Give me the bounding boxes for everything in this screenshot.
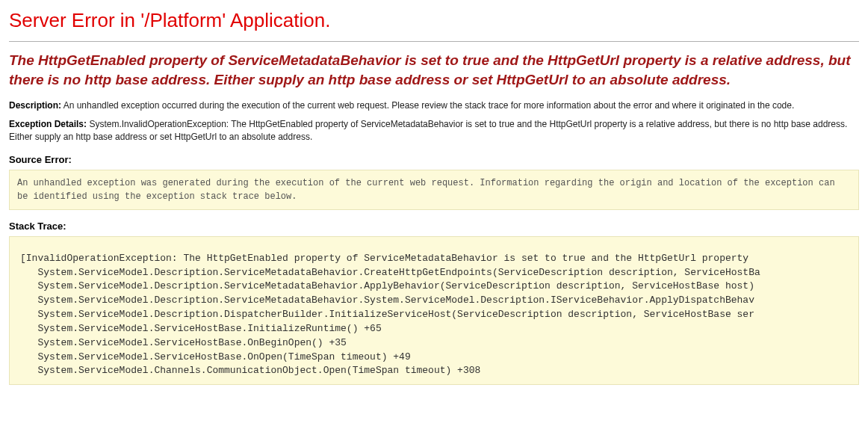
description-text: An unhandled exception occurred during t… bbox=[63, 100, 795, 111]
stack-trace-label: Stack Trace: bbox=[9, 220, 859, 232]
exception-details-line: Exception Details: System.InvalidOperati… bbox=[9, 118, 859, 144]
source-error-label: Source Error: bbox=[9, 154, 859, 165]
page-title: Server Error in '/Platform' Application. bbox=[9, 9, 859, 32]
description-label: Description: bbox=[9, 100, 61, 111]
source-error-box: An unhandled exception was generated dur… bbox=[9, 170, 859, 210]
exception-details-label: Exception Details: bbox=[9, 119, 87, 129]
description-line: Description: An unhandled exception occu… bbox=[9, 99, 859, 112]
exception-details-text: System.InvalidOperationException: The Ht… bbox=[9, 119, 847, 142]
divider bbox=[9, 41, 859, 42]
error-message: The HttpGetEnabled property of ServiceMe… bbox=[9, 51, 859, 89]
stack-trace-box: [InvalidOperationException: The HttpGetE… bbox=[9, 236, 859, 386]
